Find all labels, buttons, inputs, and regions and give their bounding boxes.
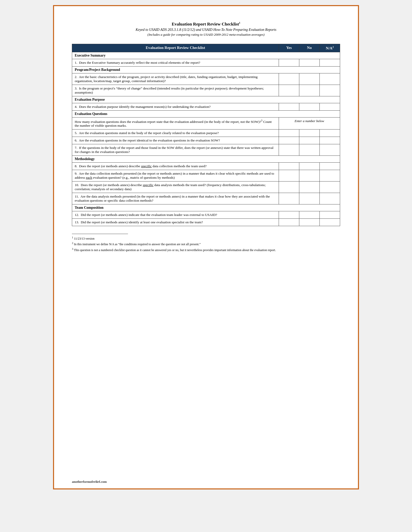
question-text: 1. Does the Executive Summary accurately…: [72, 59, 279, 66]
section-header-row: Executive Summary: [72, 52, 340, 59]
table-row: 11. Are the data analysis methods presen…: [72, 193, 340, 204]
page: Evaluation Report Review Checklist1 Keye…: [53, 5, 359, 489]
check-cell-yes-col: [279, 170, 299, 181]
question-text: 9. Are the data collection methods prese…: [72, 170, 279, 181]
check-cell-yes-col: [279, 73, 299, 85]
check-cell-yes-col: [279, 103, 299, 110]
table-row: 5. Are the evaluation questions stated i…: [72, 129, 340, 137]
table-row: 9. Are the data collection methods prese…: [72, 170, 340, 181]
check-cell-no-col: [299, 170, 320, 181]
section-label: Methodology: [72, 156, 340, 163]
check-cell-no-col: [299, 163, 320, 170]
table-row: 10. Does the report (or methods annex) d…: [72, 181, 340, 193]
header-question-col: Evaluation Report Review Checklist: [72, 44, 279, 52]
check-cell-no-col: [299, 103, 320, 110]
check-cell-na-col: [320, 73, 340, 85]
check-cell-no-col: [299, 85, 320, 96]
footnote-item: 1 11/23/13 version: [72, 236, 340, 241]
check-cell-na-col: [320, 129, 340, 137]
question-text: 12. Did the report (or methods annex) in…: [72, 211, 279, 219]
check-cell-yes-col: [279, 144, 299, 156]
question-text: 11. Are the data analysis methods presen…: [72, 193, 279, 204]
check-cell-yes-col: [279, 59, 299, 66]
section-label: Program/Project Background: [72, 66, 340, 73]
website-label: anotherformofrelief.com: [72, 480, 107, 484]
check-cell-yes-col: [279, 85, 299, 96]
check-cell-no-col: [299, 129, 320, 137]
footnote-item: 2 In this instrument we define N/A as “t…: [72, 241, 340, 247]
page-subsubtitle: (Includes a guide for comparing rating t…: [72, 33, 340, 37]
header-yes-col: Yes: [279, 44, 299, 52]
title-superscript: 1: [239, 21, 240, 24]
check-cell-no-col: [299, 181, 320, 193]
footnote-item: 3 This question is not a numbered checkl…: [72, 247, 340, 253]
section-label: Team Composition: [72, 204, 340, 211]
table-row: 12. Did the report (or methods annex) in…: [72, 211, 340, 219]
check-cell-na-col: [320, 211, 340, 219]
check-cell-na-col: [320, 137, 340, 144]
question-text: 4. Does the evaluation purpose identify …: [72, 103, 279, 110]
check-cell-yes-col: [279, 129, 299, 137]
section-header-row: Team Composition: [72, 204, 340, 211]
check-cell-no-col: [299, 219, 320, 226]
section-header-row: Evaluation Purpose: [72, 96, 340, 103]
table-row: 4. Does the evaluation purpose identify …: [72, 103, 340, 110]
check-cell-na-col: [320, 85, 340, 96]
table-header-row: Evaluation Report Review Checklist Yes N…: [72, 44, 340, 52]
section-header-row: Evaluation Questions: [72, 110, 340, 117]
check-cell-no-col: [299, 137, 320, 144]
table-row: 8. Does the report (or methods annex) de…: [72, 163, 340, 170]
table-row: 7. If the questions in the body of the r…: [72, 144, 340, 156]
check-cell-na-col: [320, 193, 340, 204]
question-text: 10. Does the report (or methods annex) d…: [72, 181, 279, 193]
question-text: 2. Are the basic characteristics of the …: [72, 73, 279, 85]
section-header-row: Methodology: [72, 156, 340, 163]
check-cell-yes-col: [279, 193, 299, 204]
check-cell-na-col: [320, 144, 340, 156]
question-text: 6. Are the evaluation questions in the r…: [72, 137, 279, 144]
check-cell-yes-col: [279, 181, 299, 193]
section-label: Evaluation Questions: [72, 110, 340, 117]
page-title: Evaluation Report Review Checklist1: [72, 21, 340, 27]
table-row: 13. Did the report (or methods annex) id…: [72, 219, 340, 226]
section-label: Executive Summary: [72, 52, 340, 59]
question-text: 5. Are the evaluation questions stated i…: [72, 129, 279, 137]
check-cell-na-col: [320, 163, 340, 170]
na-superscript: 2: [332, 46, 334, 48]
check-cell-na-col: [320, 59, 340, 66]
question-text: 13. Did the report (or methods annex) id…: [72, 219, 279, 226]
table-row: 6. Are the evaluation questions in the r…: [72, 137, 340, 144]
check-cell-yes-col: [279, 211, 299, 219]
check-cell-na-col: [320, 170, 340, 181]
section-header-row: Program/Project Background: [72, 66, 340, 73]
footnote-line: [72, 234, 128, 234]
table-row: 3. Is the program or project's “theory o…: [72, 85, 340, 96]
check-cell-yes-col: [279, 219, 299, 226]
check-cell-yes-col: [279, 137, 299, 144]
question-text: 8. Does the report (or methods annex) de…: [72, 163, 279, 170]
table-row: 1. Does the Executive Summary accurately…: [72, 59, 340, 66]
check-cell-yes-col: [279, 163, 299, 170]
check-cell-na-col: [320, 219, 340, 226]
checklist-table: Evaluation Report Review Checklist Yes N…: [72, 44, 340, 226]
page-subtitle: Keyed to USAID ADS 203.3.1.8 (11/2/12) a…: [72, 28, 340, 32]
question-text: 3. Is the program or project's “theory o…: [72, 85, 279, 96]
special-question-row: How many evaluation questions does the e…: [72, 117, 340, 129]
check-cell-no-col: [299, 59, 320, 66]
check-cell-na-col: [320, 181, 340, 193]
header-no-col: No: [299, 44, 320, 52]
table-row: 2. Are the basic characteristics of the …: [72, 73, 340, 85]
enter-number-cell: Enter a number below: [279, 117, 340, 129]
check-cell-no-col: [299, 193, 320, 204]
footnotes-container: 1 11/23/13 version2 In this instrument w…: [72, 236, 340, 253]
header-na-col: N/A2: [320, 44, 340, 52]
question-text: 7. If the questions in the body of the r…: [72, 144, 279, 156]
section-label: Evaluation Purpose: [72, 96, 340, 103]
title-text: Evaluation Report Review Checklist: [172, 22, 239, 27]
check-cell-no-col: [299, 73, 320, 85]
special-question-text: How many evaluation questions does the e…: [72, 117, 279, 129]
check-cell-no-col: [299, 211, 320, 219]
check-cell-no-col: [299, 144, 320, 156]
check-cell-na-col: [320, 103, 340, 110]
